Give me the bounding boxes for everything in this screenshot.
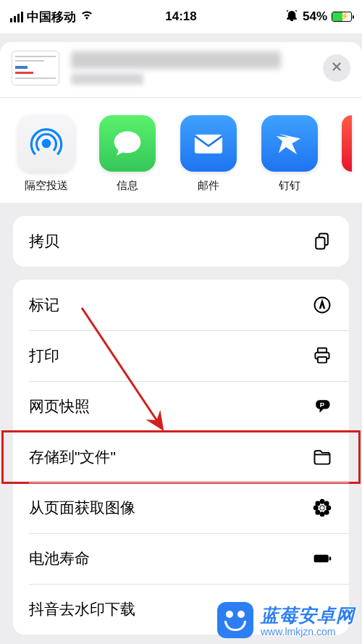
share-app-label: 邮件 [198, 179, 219, 193]
action-markup[interactable]: 标记 [13, 280, 349, 330]
watermark-text: 蓝莓安卓网 [261, 603, 355, 627]
markup-icon [311, 295, 333, 315]
messages-icon [99, 115, 156, 172]
carrier-label: 中国移动 [27, 9, 76, 25]
watermark-logo-icon [217, 602, 253, 638]
share-app-label: 隔空投送 [25, 179, 68, 193]
share-app-messages[interactable]: 信息 [98, 115, 156, 193]
flower-icon [311, 498, 333, 518]
action-get-images[interactable]: 从页面获取图像 [13, 482, 349, 533]
dingtalk-icon [261, 115, 318, 172]
document-title-redacted [71, 51, 281, 69]
document-subtitle-redacted [71, 73, 143, 85]
copy-icon [311, 231, 333, 251]
svg-point-13 [326, 506, 331, 511]
svg-rect-7 [318, 357, 327, 363]
actions-block-main: 标记 打印 网页快照 P 存储到"文件" 从页面获取图像 电池寿命 [13, 280, 349, 635]
action-label: 打印 [29, 346, 59, 366]
close-icon [330, 60, 343, 76]
svg-point-16 [315, 510, 320, 515]
wifi-icon [80, 9, 94, 24]
share-apps-row[interactable]: 隔空投送 信息 邮件 钉钉 [0, 98, 362, 203]
actions-block-copy: 拷贝 [13, 216, 349, 267]
folder-icon [311, 447, 333, 467]
action-web-snapshot[interactable]: 网页快照 P [13, 381, 349, 432]
status-bar: 中国移动 14:18 54% ⚡ [0, 0, 362, 33]
svg-rect-19 [314, 555, 329, 563]
action-battery-life[interactable]: 电池寿命 [13, 533, 349, 584]
weibo-icon-partial [342, 115, 352, 172]
share-app-more-peek[interactable] [342, 115, 352, 193]
action-label: 存储到"文件" [29, 447, 116, 467]
battery-full-icon [311, 548, 333, 569]
mail-icon [180, 115, 237, 172]
action-label: 网页快照 [29, 396, 90, 417]
watermark: 蓝莓安卓网 www.lmkjzn.com [217, 602, 355, 638]
action-label: 标记 [29, 295, 59, 315]
svg-point-17 [324, 510, 329, 515]
clock: 14:18 [165, 9, 196, 24]
svg-rect-1 [195, 135, 222, 154]
share-app-airdrop[interactable]: 隔空投送 [17, 115, 75, 193]
svg-point-15 [324, 501, 329, 506]
cellular-signal-icon [10, 12, 23, 22]
airdrop-icon [18, 115, 75, 172]
share-app-label: 信息 [117, 179, 138, 193]
action-print[interactable]: 打印 [13, 330, 349, 381]
svg-point-11 [320, 511, 325, 517]
svg-point-0 [42, 139, 51, 149]
action-copy[interactable]: 拷贝 [13, 216, 349, 267]
action-save-to-files[interactable]: 存储到"文件" [13, 432, 349, 482]
battery-icon: ⚡ [332, 12, 352, 22]
svg-point-10 [320, 499, 325, 504]
action-label: 从页面获取图像 [29, 498, 135, 518]
web-snapshot-icon: P [311, 396, 333, 417]
close-button[interactable] [323, 54, 350, 82]
svg-point-12 [313, 506, 319, 511]
svg-rect-3 [316, 238, 324, 249]
print-icon [311, 346, 333, 366]
svg-point-14 [315, 501, 320, 506]
share-app-dingtalk[interactable]: 钉钉 [261, 115, 319, 193]
svg-text:P: P [320, 401, 325, 409]
watermark-url: www.lmkjzn.com [261, 626, 355, 637]
svg-rect-20 [329, 556, 332, 560]
share-app-label: 钉钉 [279, 179, 300, 193]
action-label: 拷贝 [29, 231, 59, 251]
share-sheet-header [0, 42, 362, 97]
action-label: 电池寿命 [29, 548, 90, 569]
action-label: 抖音去水印下载 [29, 599, 135, 619]
alarm-icon [285, 9, 298, 25]
share-app-mail[interactable]: 邮件 [180, 115, 237, 193]
svg-point-18 [320, 506, 324, 509]
document-thumbnail [12, 51, 59, 85]
battery-pct: 54% [303, 9, 327, 24]
